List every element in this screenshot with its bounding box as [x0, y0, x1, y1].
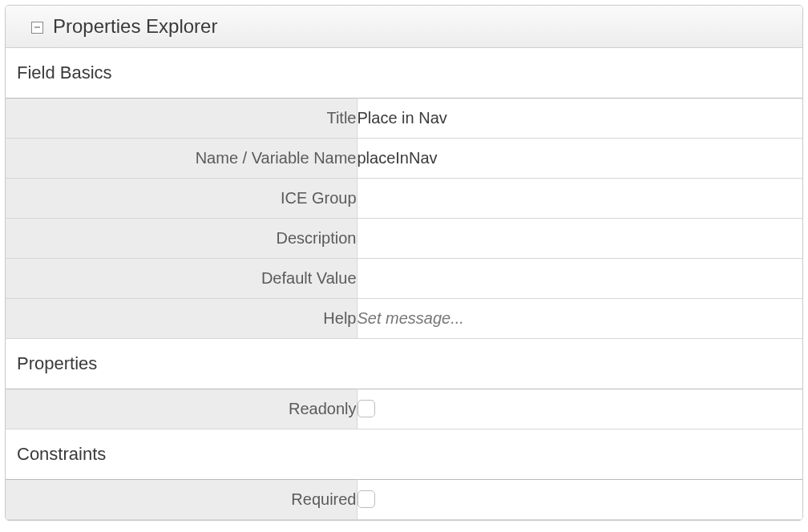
row-required: Required [6, 480, 802, 520]
label-required: Required [6, 480, 357, 520]
value-ice-group[interactable] [357, 179, 802, 219]
label-help: Help [6, 299, 357, 339]
constraints-table: Required [6, 479, 802, 520]
value-name[interactable]: placeInNav [357, 139, 802, 179]
section-title-constraints: Constraints [6, 429, 802, 479]
panel-title: Properties Explorer [53, 15, 217, 38]
row-ice-group: ICE Group [6, 179, 802, 219]
value-description[interactable] [357, 219, 802, 259]
value-default-value[interactable] [357, 259, 802, 299]
field-basics-table: Title Place in Nav Name / Variable Name … [6, 98, 802, 339]
label-name: Name / Variable Name [6, 139, 357, 179]
panel-header[interactable]: Properties Explorer [6, 6, 802, 48]
value-title-text: Place in Nav [358, 109, 447, 127]
required-checkbox[interactable] [358, 490, 375, 508]
value-title[interactable]: Place in Nav [357, 99, 802, 139]
section-title-field-basics: Field Basics [6, 48, 802, 98]
readonly-checkbox[interactable] [358, 400, 375, 417]
value-name-text: placeInNav [358, 149, 438, 167]
section-title-properties: Properties [6, 339, 802, 389]
value-help[interactable]: Set message... [357, 299, 802, 339]
collapse-icon[interactable] [31, 22, 43, 34]
row-help: Help Set message... [6, 299, 802, 339]
row-default-value: Default Value [6, 259, 802, 299]
row-name: Name / Variable Name placeInNav [6, 139, 802, 179]
label-title: Title [6, 99, 357, 139]
label-ice-group: ICE Group [6, 179, 357, 219]
value-required [357, 480, 802, 520]
label-description: Description [6, 219, 357, 259]
row-readonly: Readonly [6, 389, 802, 429]
row-title: Title Place in Nav [6, 99, 802, 139]
properties-table: Readonly [6, 389, 802, 429]
value-readonly [357, 389, 802, 429]
row-description: Description [6, 219, 802, 259]
properties-explorer-panel: Properties Explorer Field Basics Title P… [5, 5, 803, 521]
label-readonly: Readonly [6, 389, 357, 429]
value-help-placeholder: Set message... [358, 309, 464, 327]
label-default-value: Default Value [6, 259, 357, 299]
